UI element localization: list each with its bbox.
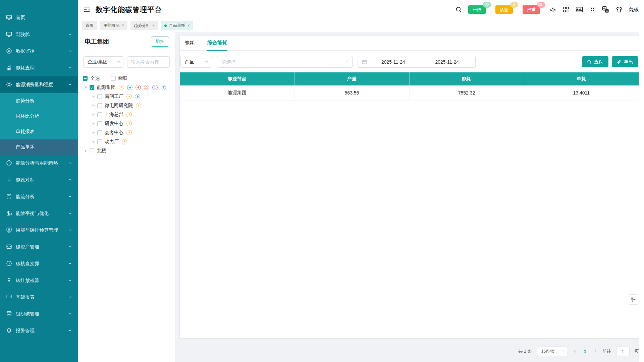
metric-select[interactable]: 产量: [180, 56, 212, 68]
node-select[interactable]: 请选择: [217, 56, 353, 68]
sidebar-item-home[interactable]: 首页: [0, 9, 78, 26]
chevron-down-icon: [68, 161, 72, 166]
theme-shirt-icon[interactable]: [615, 6, 623, 13]
node-checkbox[interactable]: [90, 148, 94, 153]
col-unit-consumption[interactable]: 单耗: [524, 72, 639, 85]
sidebar-item-energy-intensity[interactable]: 能源消费量和强度: [0, 76, 78, 93]
sidebar-subitem-unit-report[interactable]: 单耗报表: [0, 124, 78, 139]
sidebar-item-data-monitor[interactable]: 数据监控: [0, 43, 78, 60]
translate-icon[interactable]: 中A: [602, 6, 609, 13]
page-scrollbar[interactable]: [639, 0, 644, 362]
node-checkbox[interactable]: [97, 139, 102, 144]
tree-node-root[interactable]: 能源集团: [83, 83, 175, 92]
node-checkbox[interactable]: [97, 130, 102, 135]
caret-icon[interactable]: [93, 131, 95, 134]
alarm-badge-general[interactable]: 一般 22: [468, 5, 486, 14]
sidebar-subitem-yoy-analysis[interactable]: 同环比分析: [0, 109, 78, 124]
crumb-product-unit[interactable]: 产品单耗 ×: [161, 21, 193, 30]
prev-page-button[interactable]: [573, 349, 577, 353]
tree-node[interactable]: 上海总部: [83, 110, 175, 119]
sidebar-item-cockpit[interactable]: 驾驶舱: [0, 26, 78, 43]
sidebar-item-carbon-asset[interactable]: 碳资产管理: [0, 239, 78, 255]
total-count: 共 1 条: [518, 348, 532, 354]
sidebar-item-carbon-audit[interactable]: 碳核查支撑: [0, 255, 78, 272]
col-output[interactable]: 产量: [294, 72, 409, 85]
sidebar-subitem-product-unit[interactable]: 产品单耗: [0, 139, 78, 155]
alarm-badge-urgent[interactable]: 紧急 3: [495, 5, 513, 14]
tab-comprehensive-energy[interactable]: 综合能耗: [207, 40, 227, 51]
node-checkbox[interactable]: [97, 112, 102, 117]
col-energy-node[interactable]: 能源节点: [180, 72, 294, 85]
select-all-checkbox[interactable]: [83, 76, 88, 81]
tree-node[interactable]: 北楼: [83, 146, 175, 155]
tree-node[interactable]: 微电网研究院: [83, 101, 175, 110]
crumb-label: 用能概况: [103, 23, 119, 28]
chevron-down-icon: [68, 244, 72, 250]
table-row[interactable]: 能源集团 563.56 7552.32 13.4011: [180, 85, 639, 101]
app-grid-icon[interactable]: [563, 6, 569, 13]
page-number[interactable]: 1: [582, 349, 588, 354]
close-icon[interactable]: ×: [152, 23, 155, 28]
sidebar-item-budget-mgmt[interactable]: 用能与碳排预算管理: [0, 222, 78, 239]
tree-node[interactable]: 会客中心: [83, 128, 175, 137]
date-end[interactable]: 2025-11-24: [423, 59, 471, 65]
submenu-label: 产品单耗: [16, 144, 35, 150]
sidebar-item-org-carbon[interactable]: 组织碳管理: [0, 306, 78, 322]
sidebar-item-label: 能耗查询: [16, 65, 35, 71]
tree-header: 电工集团 切换: [78, 32, 175, 51]
tree-node[interactable]: 研发中心: [83, 119, 175, 128]
pagination: 共 1 条 15条/页 1 前往 页: [518, 346, 639, 356]
col-energy-consumption[interactable]: 能耗: [409, 72, 524, 85]
caret-icon[interactable]: [93, 140, 95, 143]
caret-icon[interactable]: [85, 149, 87, 152]
sidebar-item-energy-strategy[interactable]: 能源分析与用能策略: [0, 155, 78, 172]
sidebar-item-basic-report[interactable]: 基础报表: [0, 289, 78, 306]
sidebar-item-balance-optimize[interactable]: 能效平衡与优化: [0, 205, 78, 222]
date-start[interactable]: 2025-11-24: [369, 59, 417, 65]
caret-icon[interactable]: [85, 86, 87, 88]
tree-search-input[interactable]: [127, 56, 170, 68]
sidebar-item-carbon-calc[interactable]: 碳排放核算: [0, 272, 78, 289]
fullscreen-icon[interactable]: [589, 6, 596, 13]
cell-energy-consumption: 7552.32: [409, 85, 524, 101]
close-icon[interactable]: ×: [122, 23, 124, 28]
export-button[interactable]: 导出: [612, 56, 638, 67]
sidebar-item-benchmark[interactable]: 能效对标: [0, 172, 78, 188]
monitor-chart-icon[interactable]: [576, 6, 583, 13]
next-page-button[interactable]: [593, 349, 597, 353]
node-label: 上海总部: [105, 112, 123, 118]
sidebar-item-energy-flow[interactable]: 能流分析: [0, 188, 78, 205]
caret-icon[interactable]: [93, 113, 95, 116]
node-checkbox[interactable]: [90, 85, 94, 90]
caret-icon[interactable]: [93, 95, 95, 98]
mute-icon[interactable]: [550, 6, 556, 13]
crumb-energy-overview[interactable]: 用能概况 ×: [100, 21, 127, 30]
date-range-picker[interactable]: 2025-11-24 ~ 2025-11-24: [358, 56, 476, 68]
switch-button[interactable]: 切换: [151, 37, 169, 47]
node-checkbox[interactable]: [97, 103, 102, 108]
collapse-menu-icon[interactable]: [84, 7, 90, 13]
tab-energy[interactable]: 能耗: [184, 40, 195, 50]
tree-node[interactable]: 动力厂: [83, 137, 175, 146]
tree-node[interactable]: 南闸工厂: [83, 92, 175, 101]
close-icon[interactable]: ×: [187, 23, 190, 28]
goto-page-input[interactable]: [616, 347, 630, 356]
page-size-select[interactable]: 15条/页: [537, 347, 568, 356]
column-settings-button[interactable]: [628, 294, 638, 305]
sidebar-item-alarm-mgmt[interactable]: 报警管理: [0, 322, 78, 339]
node-label: 能源集团: [97, 84, 116, 90]
caret-icon[interactable]: [93, 104, 95, 107]
query-button[interactable]: 查询: [582, 56, 608, 67]
crumb-trend-analysis[interactable]: 趋势分析 ×: [130, 21, 158, 30]
username[interactable]: 能碳: [629, 7, 639, 13]
cascade-checkbox[interactable]: [111, 76, 116, 81]
sidebar-item-energy-query[interactable]: 能耗查询: [0, 60, 78, 76]
crumb-home[interactable]: 首页: [82, 21, 97, 30]
sidebar-subitem-trend-analysis[interactable]: 趋势分析: [0, 93, 78, 109]
search-icon[interactable]: [455, 6, 462, 13]
node-checkbox[interactable]: [97, 121, 102, 126]
node-checkbox[interactable]: [97, 94, 102, 99]
tree-type-select[interactable]: 企业/集团: [83, 56, 123, 68]
alarm-badge-severe[interactable]: 严重 99+: [523, 5, 540, 14]
caret-icon[interactable]: [93, 122, 95, 125]
